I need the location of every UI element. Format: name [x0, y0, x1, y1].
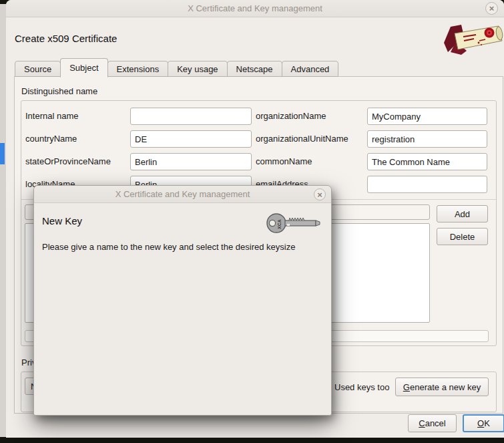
tab-source[interactable]: Source — [15, 61, 61, 77]
xca-logo-icon — [441, 23, 504, 57]
svg-text:XCA: XCA — [277, 219, 282, 229]
add-button[interactable]: Add — [437, 205, 488, 223]
generate-new-key-label: Generate a new key — [403, 382, 481, 392]
dialog-heading: New Key — [42, 215, 82, 227]
desktop-background-strip — [0, 437, 504, 443]
background-selection-fragment — [0, 143, 5, 164]
dialog-title: X Certificate and Key management — [115, 189, 250, 199]
background-app-strip — [0, 4, 6, 438]
tab-bar: Source Subject Extensions Key usage Nets… — [15, 58, 338, 77]
internal-name-input[interactable] — [130, 108, 252, 125]
dialog-close-button[interactable]: × — [314, 188, 326, 200]
main-titlebar[interactable]: X Certificate and Key management × — [6, 0, 504, 17]
main-ok-label: OK — [477, 418, 490, 428]
tab-subject[interactable]: Subject — [60, 58, 107, 78]
organization-name-label: organizationName — [256, 108, 326, 125]
state-province-input[interactable] — [130, 153, 252, 170]
close-icon: × — [489, 4, 495, 13]
main-cancel-button[interactable]: Cancel — [408, 414, 457, 432]
tab-extensions[interactable]: Extensions — [107, 61, 169, 77]
main-ok-button[interactable]: OK — [463, 414, 504, 432]
tab-label: Subject — [69, 63, 98, 73]
tab-label: Netscape — [236, 64, 273, 74]
organizational-unit-input[interactable] — [367, 130, 487, 148]
state-province-label: stateOrProvinceName — [25, 153, 111, 170]
dialog-titlebar[interactable]: X Certificate and Key management × — [34, 186, 331, 203]
common-name-label: commonName — [256, 153, 312, 170]
generate-new-key-button[interactable]: Generate a new key — [395, 378, 489, 396]
country-name-input[interactable] — [130, 130, 252, 148]
main-cancel-label: Cancel — [419, 418, 445, 428]
email-address-input[interactable] — [367, 176, 487, 193]
internal-name-label: Internal name — [25, 108, 79, 125]
used-keys-label: Used keys too — [334, 382, 389, 392]
screen: X Certificate and Key management × Creat… — [0, 0, 504, 443]
new-key-dialog: X Certificate and Key management × New K… — [33, 185, 332, 416]
main-close-button[interactable]: × — [485, 2, 498, 15]
dialog-description: Please give a name to the new key and se… — [42, 242, 295, 252]
page-title: Create x509 Certificate — [15, 33, 117, 44]
organizational-unit-label: organizationalUnitName — [256, 130, 348, 148]
country-name-label: countryName — [25, 130, 77, 148]
organization-name-input[interactable] — [367, 108, 487, 125]
delete-button-label: Delete — [450, 232, 475, 242]
add-button-label: Add — [455, 209, 470, 219]
common-name-input[interactable] — [367, 153, 487, 170]
tab-label: Source — [24, 64, 51, 74]
main-window-title: X Certificate and Key management — [188, 3, 322, 13]
tab-label: Advanced — [291, 64, 330, 74]
tab-label: Key usage — [177, 64, 218, 74]
tab-label: Extensions — [117, 64, 160, 74]
distinguished-name-label: Distinguished name — [21, 86, 97, 96]
close-icon: × — [317, 190, 322, 199]
delete-button[interactable]: Delete — [437, 228, 488, 245]
tab-advanced[interactable]: Advanced — [282, 61, 339, 77]
tab-key-usage[interactable]: Key usage — [168, 61, 227, 77]
tab-netscape[interactable]: Netscape — [227, 61, 282, 77]
key-icon: XCA — [265, 210, 321, 237]
